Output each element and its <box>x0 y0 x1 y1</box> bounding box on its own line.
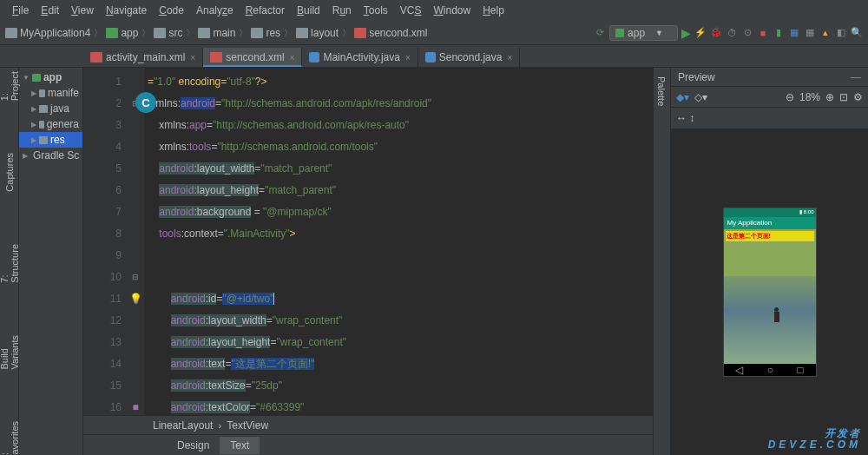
layout-inspector-icon[interactable]: ▦ <box>804 27 816 39</box>
tool-build-variants[interactable]: Build Variants <box>0 335 20 370</box>
menu-file[interactable]: File <box>7 3 34 18</box>
tool-project[interactable]: 1: Project <box>0 71 20 101</box>
orientation-icon[interactable]: ◇▾ <box>694 91 707 103</box>
chevron-right-icon: 〉 <box>94 27 102 39</box>
tree-root[interactable]: ▼app <box>19 69 82 85</box>
menu-tools[interactable]: Tools <box>358 3 393 18</box>
menu-run[interactable]: Run <box>327 3 357 18</box>
line-number-gutter: 12345678910111213141516 <box>83 68 127 415</box>
tree-item[interactable]: ▶Gradle Sc <box>19 148 82 163</box>
code-editor[interactable]: ="1.0" encoding="utf-8"?> xmlns:android=… <box>144 68 653 415</box>
menu-refactor[interactable]: Refactor <box>240 3 290 18</box>
folder-icon <box>39 136 48 144</box>
tool-captures[interactable]: Captures <box>4 153 15 192</box>
nav-bar: ◁○□ <box>724 364 816 376</box>
tool-palette[interactable]: Palette <box>656 76 667 106</box>
menu-window[interactable]: Window <box>428 3 476 18</box>
sync-icon[interactable]: ⟳ <box>594 27 606 39</box>
editor-pane: 12345678910111213141516 ⊟ ⊟💡 ■ ="1.0" en… <box>83 68 653 455</box>
module-icon <box>106 28 118 38</box>
sdk-manager-icon[interactable]: ▦ <box>788 27 800 39</box>
tree-item[interactable]: ▶java <box>19 101 82 116</box>
menu-analyze[interactable]: Analyze <box>191 3 239 18</box>
folder-icon <box>154 28 166 38</box>
folder-icon <box>198 28 210 38</box>
stop-button[interactable]: ■ <box>757 27 769 39</box>
text-tab[interactable]: Text <box>220 437 260 454</box>
java-icon <box>425 52 436 63</box>
avd-manager-icon[interactable]: ▮ <box>773 27 785 39</box>
attach-debugger-icon[interactable]: ⊙ <box>741 27 753 39</box>
menu-edit[interactable]: Edit <box>36 3 64 18</box>
editor-tabs: activity_main.xml× sencond.xml× MainActi… <box>0 45 868 68</box>
app-icon <box>615 29 624 37</box>
fold-icon[interactable]: ⊟ <box>127 267 144 288</box>
folder-icon <box>39 89 45 97</box>
breadcrumb-folder[interactable]: layout <box>296 27 339 39</box>
tab-sencond-java[interactable]: Sencond.java× <box>418 48 521 67</box>
breadcrumb: MyApplication4 〉 app 〉 src 〉 main 〉 res … <box>5 27 428 39</box>
close-icon[interactable]: × <box>405 53 411 63</box>
device-frame: ▮ 8:00 My Application 这是第二个页面! ◁○□ <box>723 208 817 377</box>
tab-main-activity[interactable]: MainActivity.java× <box>302 48 418 67</box>
toolbar-icon[interactable]: ◧ <box>835 27 847 39</box>
tree-item[interactable]: ▶genera <box>19 116 82 132</box>
class-icon: C <box>135 92 156 113</box>
hide-icon[interactable]: — <box>851 71 861 83</box>
navigation-toolbar: MyApplication4 〉 app 〉 src 〉 main 〉 res … <box>0 21 868 45</box>
menu-help[interactable]: Help <box>477 3 510 18</box>
toolbar-icon[interactable]: ▴ <box>819 27 832 39</box>
color-swatch-icon[interactable]: ■ <box>127 397 144 415</box>
tool-structure[interactable]: 7: Structure <box>0 244 20 283</box>
menu-build[interactable]: Build <box>292 3 326 18</box>
breadcrumb-folder[interactable]: main <box>198 27 235 39</box>
close-icon[interactable]: × <box>290 53 295 63</box>
left-tool-strip: 1: Project Captures 7: Structure Build V… <box>0 68 19 455</box>
close-icon[interactable]: × <box>190 53 195 63</box>
tab-activity-main[interactable]: activity_main.xml× <box>83 48 203 67</box>
breadcrumb-project[interactable]: MyApplication4 <box>5 27 90 39</box>
zoom-level: 18% <box>799 91 820 103</box>
debug-button[interactable]: 🐞 <box>710 27 722 39</box>
breadcrumb-file[interactable]: sencond.xml <box>354 27 427 39</box>
tree-item[interactable]: ▶manife <box>19 85 82 101</box>
lightbulb-icon[interactable]: 💡 <box>127 288 144 310</box>
preview-surface[interactable]: ▮ 8:00 My Application 这是第二个页面! ◁○□ <box>671 129 868 455</box>
menu-code[interactable]: Code <box>154 3 189 18</box>
apply-changes-icon[interactable]: ⚡ <box>694 27 707 39</box>
pan-icon[interactable]: ↔ ↕ <box>676 112 694 124</box>
breadcrumb-folder[interactable]: res <box>251 27 280 39</box>
breadcrumb-module[interactable]: app <box>106 27 138 39</box>
breadcrumb-node[interactable]: TextView <box>227 419 268 432</box>
design-tab[interactable]: Design <box>167 437 220 454</box>
profile-button[interactable]: ⏱ <box>726 27 738 39</box>
module-icon <box>32 74 41 82</box>
tree-item-selected[interactable]: ▶res <box>19 132 82 148</box>
java-icon <box>309 52 319 63</box>
preview-toolbar: ◆▾ ◇▾ ⊖ 18% ⊕ ⊡ ⚙ <box>671 87 868 108</box>
design-text-tabs: Design Text <box>83 434 653 455</box>
zoom-in-icon[interactable]: ⊕ <box>825 91 834 103</box>
surface-select-icon[interactable]: ◆▾ <box>676 91 689 103</box>
run-config-select[interactable]: app▼ <box>609 25 678 41</box>
zoom-out-icon[interactable]: ⊖ <box>786 91 794 103</box>
tool-favorites[interactable]: 2: Favorites <box>0 421 20 455</box>
menu-view[interactable]: View <box>66 3 99 18</box>
close-icon[interactable]: × <box>507 53 512 63</box>
tab-sencond-xml[interactable]: sencond.xml× <box>203 48 302 67</box>
menu-vcs[interactable]: VCS <box>395 3 427 18</box>
menu-navigate[interactable]: Navigate <box>101 3 152 18</box>
preview-text: 这是第二个页面! <box>726 231 814 241</box>
project-icon <box>5 28 17 38</box>
preview-title: Preview— <box>671 68 868 87</box>
chevron-right-icon: 〉 <box>342 27 351 39</box>
run-button[interactable]: ▶ <box>681 26 691 40</box>
breadcrumb-folder[interactable]: src <box>154 27 182 39</box>
settings-icon[interactable]: ⚙ <box>853 91 863 103</box>
search-icon[interactable]: 🔍 <box>851 27 863 39</box>
menu-bar: File Edit View Navigate Code Analyze Ref… <box>0 0 868 21</box>
chevron-right-icon: 〉 <box>284 27 293 39</box>
breadcrumb-node[interactable]: LinearLayout <box>153 419 213 432</box>
xml-icon <box>210 52 222 63</box>
zoom-fit-icon[interactable]: ⊡ <box>839 91 848 103</box>
